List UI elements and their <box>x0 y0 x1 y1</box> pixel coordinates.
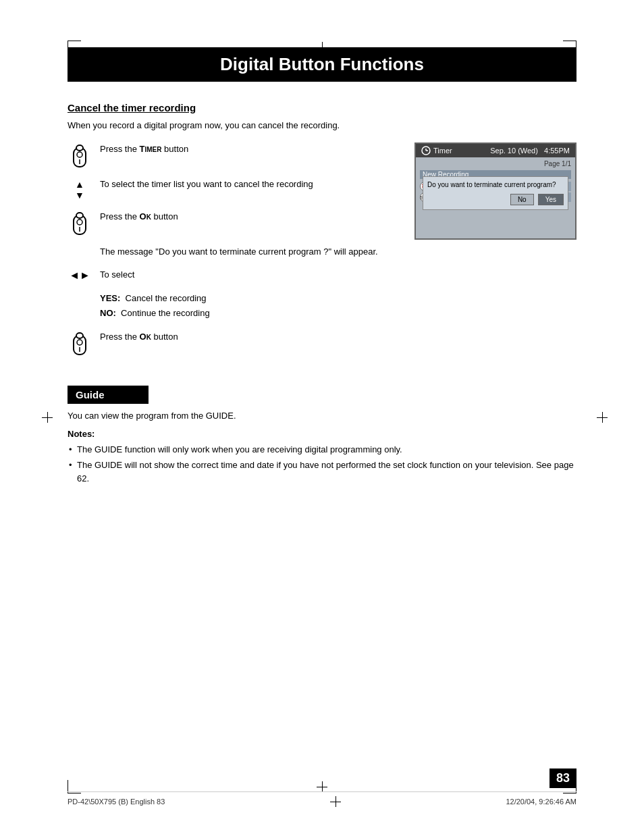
cancel-section-heading: Cancel the timer recording <box>68 102 576 113</box>
note-item-1: The GUIDE function will only work when y… <box>68 443 576 457</box>
dialog-text: Do you want to terminate current program… <box>427 181 564 188</box>
dialog-no-button[interactable]: No <box>510 194 534 205</box>
last-step-text: Press the OK button <box>100 330 401 344</box>
svg-point-10 <box>77 340 82 345</box>
step-2-text: To select the timer list you want to can… <box>100 178 401 191</box>
step-3-icon-cell <box>68 210 92 236</box>
svg-point-1 <box>76 145 83 151</box>
page-footer: PD-42\50X795 (B) English 83 12/20/04, 9:… <box>68 791 576 807</box>
screen-dialog: Do you want to terminate current program… <box>423 176 568 210</box>
yes-label: YES: <box>100 293 120 303</box>
screen-header-left: Timer <box>421 146 452 155</box>
step-1-icon-cell <box>68 142 92 168</box>
notes-section: Notes: The GUIDE function will only work… <box>68 429 576 486</box>
arrow-ud-icon: ▲ ▼ <box>75 179 84 201</box>
screen-date: Sep. 10 (Wed) <box>490 147 538 155</box>
step-4-text: To select <box>100 268 401 282</box>
arrow-lr-icon: ◄► <box>69 269 90 282</box>
guide-text: You can view the program from the GUIDE. <box>68 411 576 421</box>
svg-point-6 <box>77 219 82 225</box>
screen-timer-icon <box>421 146 431 155</box>
guide-heading: Guide <box>68 386 149 404</box>
yes-text: Cancel the recording <box>126 293 207 303</box>
footer-crosshair <box>330 796 341 807</box>
main-layout: Press the TIMER button ▲ ▼ To select the… <box>68 142 576 365</box>
step-3-row: Press the OK button <box>68 210 401 236</box>
step-4-icon-cell: ◄► <box>68 268 92 282</box>
screen-body: Page 1/1 New Recording ⏰ 60 BD SAT 30 Sa <box>416 157 575 238</box>
footer-left: PD-42\50X795 (B) English 83 <box>68 798 165 806</box>
no-option: NO: Continue the recording <box>100 306 401 321</box>
screen-page-label: Page 1/1 <box>420 160 571 167</box>
dialog-yes-button[interactable]: Yes <box>538 194 564 205</box>
step-1-row: Press the TIMER button <box>68 142 401 168</box>
screen-time: 4:55PM <box>544 147 570 155</box>
screen-timer-label: Timer <box>433 147 452 155</box>
screen-header-right: Sep. 10 (Wed) 4:55PM <box>490 147 570 155</box>
intro-text: When you record a digital program now, y… <box>68 120 576 130</box>
notes-title: Notes: <box>68 429 576 439</box>
no-label: NO: <box>100 308 116 318</box>
tv-screen: Timer Sep. 10 (Wed) 4:55PM Page 1/1 New … <box>414 142 576 240</box>
step-2-icon-cell: ▲ ▼ <box>68 178 92 201</box>
step-1-text: Press the TIMER button <box>100 142 401 156</box>
last-step-icon-cell <box>68 330 92 356</box>
sub-instruction-message: The message "Do you want to terminate cu… <box>100 245 401 259</box>
note-item-2: The GUIDE will not show the correct time… <box>68 459 576 485</box>
last-step-row: Press the OK button <box>68 330 401 356</box>
svg-point-2 <box>77 152 82 157</box>
remote-icon-3 <box>70 211 89 236</box>
step-2-row: ▲ ▼ To select the timer list you want to… <box>68 178 401 201</box>
page-number: 83 <box>549 768 576 788</box>
dialog-buttons: No Yes <box>427 194 564 205</box>
screen-header: Timer Sep. 10 (Wed) 4:55PM <box>416 144 575 157</box>
step-4-row: ◄► To select <box>68 268 401 282</box>
remote-icon-1 <box>70 144 89 168</box>
yes-option: YES: Cancel the recording <box>100 291 401 306</box>
instructions-col: Press the TIMER button ▲ ▼ To select the… <box>68 142 401 365</box>
svg-point-5 <box>76 213 83 218</box>
screen-col: Timer Sep. 10 (Wed) 4:55PM Page 1/1 New … <box>414 142 576 365</box>
no-text: Continue the recording <box>121 308 210 318</box>
remote-icon-last <box>70 332 89 356</box>
notes-list: The GUIDE function will only work when y… <box>68 443 576 486</box>
svg-point-9 <box>76 333 83 338</box>
step-3-text: Press the OK button <box>100 210 401 224</box>
footer-right: 12/20/04, 9:26:46 AM <box>506 798 576 806</box>
yes-no-block: YES: Cancel the recording NO: Continue t… <box>100 291 401 321</box>
guide-section: Guide You can view the program from the … <box>68 386 576 486</box>
page-title: Digital Button Functions <box>68 47 576 82</box>
